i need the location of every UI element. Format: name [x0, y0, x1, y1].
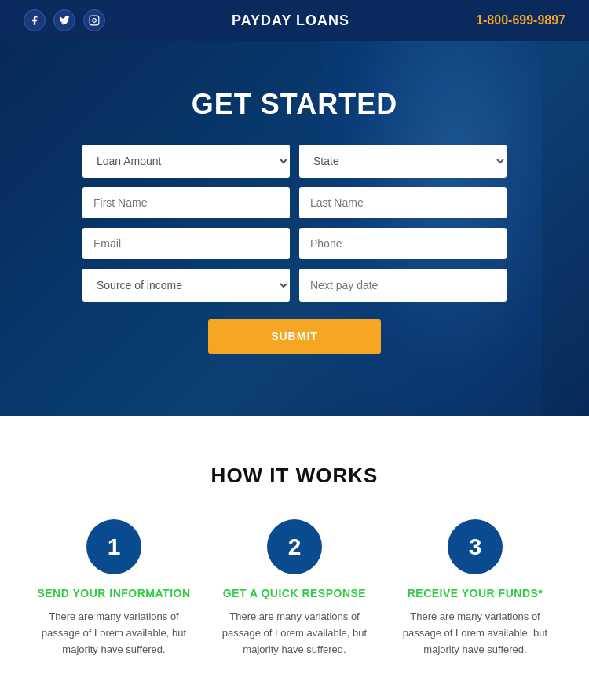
step-2-description: There are many variations of passage of …: [216, 609, 373, 658]
how-it-works-section: HOW IT WORKS 1 SEND YOUR INFORMATION The…: [0, 416, 589, 700]
loan-amount-select[interactable]: Loan Amount $100$200$300$500$1000: [82, 145, 290, 178]
header: PAYDAY LOANS 1-800-699-9897: [0, 0, 589, 41]
phone-number[interactable]: 1-800-699-9897: [476, 13, 565, 27]
first-name-input[interactable]: [82, 187, 290, 218]
step-3-title: RECEIVE YOUR FUNDS*: [397, 587, 554, 599]
step-2-title: GET A QUICK RESPONSE: [216, 587, 373, 599]
site-title: PAYDAY LOANS: [232, 13, 349, 29]
source-income-select[interactable]: Source of income EmploymentSelf-employed…: [82, 269, 290, 302]
next-pay-date-input[interactable]: [299, 269, 507, 302]
hero-title: GET STARTED: [16, 88, 573, 121]
phone-input[interactable]: [299, 228, 507, 259]
section-title: HOW IT WORKS: [16, 464, 573, 488]
step-1-number: 1: [86, 519, 141, 574]
hero-section: GET STARTED Loan Amount $100$200$300$500…: [0, 41, 589, 416]
twitter-icon[interactable]: [53, 9, 75, 31]
step-2: 2 GET A QUICK RESPONSE There are many va…: [216, 519, 373, 658]
last-name-input[interactable]: [299, 187, 507, 218]
submit-button[interactable]: SUBMIT: [208, 319, 381, 354]
social-links: [24, 9, 105, 31]
facebook-icon[interactable]: [24, 9, 46, 31]
form-row-2: [82, 187, 507, 218]
svg-rect-0: [90, 16, 99, 25]
step-1-title: SEND YOUR INFORMATION: [35, 587, 192, 599]
loan-form: Loan Amount $100$200$300$500$1000 State …: [82, 145, 507, 354]
state-select[interactable]: State AlabamaAlaskaArizonaCaliforniaNew …: [299, 145, 507, 178]
step-3-number: 3: [448, 519, 503, 574]
step-1-description: There are many variations of passage of …: [35, 609, 192, 658]
step-1: 1 SEND YOUR INFORMATION There are many v…: [35, 519, 192, 658]
email-input[interactable]: [82, 228, 290, 259]
form-row-4: Source of income EmploymentSelf-employed…: [82, 269, 507, 302]
step-3-description: There are many variations of passage of …: [397, 609, 554, 658]
steps-container: 1 SEND YOUR INFORMATION There are many v…: [16, 519, 573, 658]
form-row-3: [82, 228, 507, 259]
instagram-icon[interactable]: [83, 9, 105, 31]
form-row-1: Loan Amount $100$200$300$500$1000 State …: [82, 145, 507, 178]
hero-content: GET STARTED Loan Amount $100$200$300$500…: [16, 88, 573, 354]
step-3: 3 RECEIVE YOUR FUNDS* There are many var…: [397, 519, 554, 658]
step-2-number: 2: [267, 519, 322, 574]
